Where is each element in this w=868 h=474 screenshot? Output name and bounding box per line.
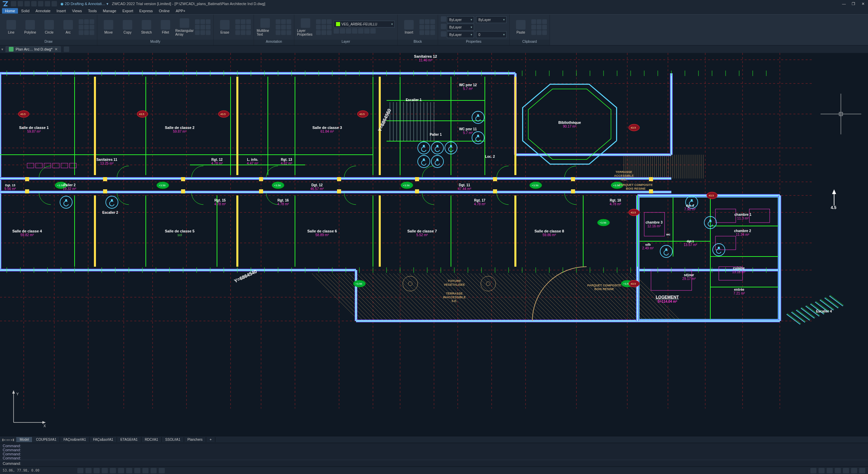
ann-toggle[interactable] xyxy=(159,468,165,473)
small-tool-icon[interactable] xyxy=(430,30,435,35)
otrack-toggle[interactable] xyxy=(118,468,124,473)
layout-first-icon[interactable]: ▮◂ xyxy=(2,438,5,441)
match-color-combo[interactable]: ByLayer xyxy=(476,16,507,23)
small-tool-icon[interactable] xyxy=(90,25,94,30)
small-tool-icon[interactable] xyxy=(241,30,245,35)
small-tool-icon[interactable] xyxy=(321,19,326,24)
layout-last-icon[interactable]: ▸▮ xyxy=(11,438,14,441)
qat-redo-icon[interactable] xyxy=(52,1,57,6)
fullscreen-toggle[interactable] xyxy=(835,468,841,473)
small-tool-icon[interactable] xyxy=(531,25,536,30)
small-tool-icon[interactable] xyxy=(537,30,541,35)
small-tool-icon[interactable] xyxy=(84,25,89,30)
osnap-toggle[interactable] xyxy=(110,468,116,473)
ribbon-tab-manage[interactable]: Manage xyxy=(100,8,119,14)
small-tool-icon[interactable] xyxy=(425,30,430,35)
small-tool-icon[interactable] xyxy=(327,25,332,30)
workspace-dropdown[interactable]: ◉ 2D Drafting & Annotati… ▾ xyxy=(60,2,108,6)
small-tool-icon[interactable] xyxy=(419,19,424,24)
qat-save-icon[interactable] xyxy=(24,1,30,6)
prop-icon[interactable] xyxy=(441,31,446,37)
small-tool-icon[interactable] xyxy=(537,25,541,30)
small-tool-icon[interactable] xyxy=(246,25,251,30)
small-tool-icon[interactable] xyxy=(542,30,547,35)
small-tool-icon[interactable] xyxy=(425,19,430,24)
ribbon-tab-express[interactable]: Express xyxy=(136,8,156,14)
layer-tool-icon[interactable] xyxy=(346,28,351,34)
cycle-toggle[interactable] xyxy=(142,468,149,473)
multiline-text-button[interactable]: Multiline Text xyxy=(257,18,274,36)
small-tool-icon[interactable] xyxy=(200,25,205,30)
qat-open-icon[interactable] xyxy=(18,1,23,6)
small-tool-icon[interactable] xyxy=(321,25,326,30)
fillet-button[interactable]: Fillet xyxy=(157,20,174,34)
small-tool-icon[interactable] xyxy=(241,25,245,30)
ribbon-tab-online[interactable]: Online xyxy=(156,8,173,14)
line-button[interactable]: Line xyxy=(3,20,20,34)
file-tab[interactable]: Plan Arc… Ind D.dwg* ✕ xyxy=(5,46,61,52)
small-tool-icon[interactable] xyxy=(79,30,83,35)
small-tool-icon[interactable] xyxy=(430,19,435,24)
layer-combo[interactable]: VEG_ARBRE-FEUILLU xyxy=(334,21,395,27)
small-tool-icon[interactable] xyxy=(287,30,291,35)
property-combo[interactable]: ByLayer xyxy=(447,16,474,23)
small-tool-icon[interactable] xyxy=(542,19,547,24)
small-tool-icon[interactable] xyxy=(235,25,240,30)
ribbon-tab-views[interactable]: Views xyxy=(69,8,85,14)
prop-icon[interactable] xyxy=(441,24,446,29)
command-input[interactable] xyxy=(23,461,865,466)
erase-button[interactable]: Erase xyxy=(216,20,233,34)
small-tool-icon[interactable] xyxy=(542,25,547,30)
stretch-button[interactable]: Stretch xyxy=(138,20,155,34)
small-tool-icon[interactable] xyxy=(79,25,83,30)
insert-button[interactable]: Insert xyxy=(400,20,417,34)
command-line[interactable]: Command: xyxy=(0,460,868,467)
layer-tool-icon[interactable] xyxy=(340,28,345,34)
small-tool-icon[interactable] xyxy=(195,19,200,24)
small-tool-icon[interactable] xyxy=(276,19,280,24)
minimize-button[interactable]: — xyxy=(840,1,848,6)
small-tool-icon[interactable] xyxy=(276,30,280,35)
annoscale-toggle[interactable] xyxy=(810,468,816,473)
ribbon-tab-insert[interactable]: Insert xyxy=(54,8,69,14)
small-tool-icon[interactable] xyxy=(316,30,321,35)
layout-tab-coupes#a1[interactable]: COUPES#A1 xyxy=(33,437,60,442)
maximize-button[interactable]: ❐ xyxy=(850,1,857,6)
small-tool-icon[interactable] xyxy=(246,19,251,24)
small-tool-icon[interactable] xyxy=(246,30,251,35)
paste-button[interactable]: Paste xyxy=(512,20,529,34)
layout-tab-planchers[interactable]: Planchers xyxy=(184,437,206,442)
small-tool-icon[interactable] xyxy=(531,19,536,24)
customize-toggle[interactable] xyxy=(859,468,865,473)
circle-button[interactable]: Circle xyxy=(41,20,58,34)
small-tool-icon[interactable] xyxy=(316,25,321,30)
close-button[interactable]: ✕ xyxy=(859,1,867,6)
small-tool-icon[interactable] xyxy=(316,19,321,24)
layer-tool-icon[interactable] xyxy=(370,28,376,34)
snap-toggle[interactable] xyxy=(85,468,92,473)
small-tool-icon[interactable] xyxy=(321,30,326,35)
command-history[interactable]: Command:Command:Command:Command: xyxy=(0,443,868,460)
layer-tool-icon[interactable] xyxy=(334,28,339,34)
qat-saveas-icon[interactable] xyxy=(31,1,37,6)
tab-menu-icon[interactable]: ▾ xyxy=(1,47,3,52)
layer-tool-icon[interactable] xyxy=(358,28,363,34)
prop-icon[interactable] xyxy=(441,16,446,22)
ribbon-tab-annotate[interactable]: Annotate xyxy=(33,8,54,14)
rectangular-array-button[interactable]: Rectangular Array xyxy=(176,18,193,36)
small-tool-icon[interactable] xyxy=(90,19,94,24)
small-tool-icon[interactable] xyxy=(425,25,430,30)
layout-prev-icon[interactable]: ◂ xyxy=(6,438,8,441)
ribbon-tab-tools[interactable]: Tools xyxy=(85,8,100,14)
layer-tool-icon[interactable] xyxy=(364,28,370,34)
new-tab-icon[interactable] xyxy=(64,46,69,52)
qat-new-icon[interactable] xyxy=(11,1,16,6)
small-tool-icon[interactable] xyxy=(419,25,424,30)
hardware-toggle[interactable] xyxy=(843,468,849,473)
small-tool-icon[interactable] xyxy=(531,30,536,35)
layer-properties-button[interactable]: Layer Properties xyxy=(297,18,314,36)
small-tool-icon[interactable] xyxy=(327,19,332,24)
layout-tab-façno&ne#a1[interactable]: FAÇno&ne#A1 xyxy=(60,437,90,442)
layout-next-icon[interactable]: ▸ xyxy=(8,438,10,441)
qat-undo-icon[interactable] xyxy=(45,1,50,6)
